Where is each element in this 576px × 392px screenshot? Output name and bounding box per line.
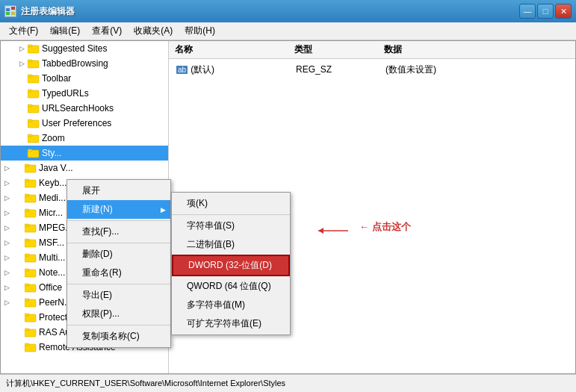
tree-label: User Preferences [42, 118, 111, 128]
expander-icon: ▷ [1, 162, 13, 174]
submenu-qword[interactable]: QWORD (64 位值(Q) [172, 277, 290, 296]
context-menu-new[interactable]: 新建(N) [67, 200, 170, 219]
svg-rect-45 [25, 343, 29, 346]
submenu-new: 项(K) 字符串值(S) 二进制值(B) DWORD (32-位值(D) QWO… [171, 192, 291, 335]
context-menu-permissions[interactable]: 权限(P)... [67, 305, 170, 323]
tree-label: TabbedBrowsing [42, 58, 108, 69]
menu-view[interactable]: 查看(V) [86, 23, 128, 39]
submenu-key[interactable]: 项(K) [172, 194, 290, 213]
tree-label: Micr... [39, 208, 63, 218]
svg-rect-19 [28, 149, 32, 152]
close-button[interactable]: ✕ [555, 4, 572, 19]
folder-icon [28, 148, 40, 158]
expander-icon: ▷ [1, 192, 13, 204]
context-menu: 展开 新建(N) 查找(F)... 删除(D) 重命名(R) 导出(E) 权限(… [66, 179, 171, 348]
tree-label: MSF... [39, 237, 64, 248]
app-icon [4, 5, 16, 17]
folder-icon [25, 208, 37, 218]
separator [67, 243, 170, 243]
submenu-multival[interactable]: 多字符串值(M) [172, 296, 290, 314]
context-menu-delete[interactable]: 删除(D) [67, 245, 170, 264]
tree-item-suggested[interactable]: ▷ Suggested Sites [1, 41, 168, 56]
tree-item-java[interactable]: ▷ Java V... [1, 161, 168, 175]
folder-icon [25, 327, 37, 337]
expander-icon: ▷ [1, 296, 13, 308]
folder-icon [28, 133, 40, 143]
folder-icon [25, 282, 37, 293]
tree-label: URLSearchHooks [42, 103, 114, 113]
folder-icon [25, 342, 37, 352]
expander-icon: ▷ [1, 267, 13, 279]
svg-rect-13 [28, 105, 32, 107]
svg-rect-39 [25, 299, 29, 301]
svg-rect-37 [25, 284, 29, 286]
folder-icon [25, 237, 37, 248]
expander-icon: ▷ [1, 252, 13, 264]
folder-icon [25, 193, 37, 203]
folder-icon [28, 103, 40, 113]
expander-icon: ▷ [1, 222, 13, 234]
folder-icon [28, 88, 40, 99]
svg-rect-25 [25, 194, 29, 196]
tree-item-userprefs[interactable]: User Preferences [1, 116, 168, 131]
svg-rect-3 [11, 12, 15, 15]
data-value-cell: (数值未设置) [385, 63, 568, 76]
context-menu-copyname[interactable]: 复制项名称(C) [67, 327, 170, 346]
menu-help[interactable]: 帮助(H) [179, 23, 221, 39]
submenu-dword[interactable]: DWORD (32-位值(D) [172, 255, 290, 276]
maximize-button[interactable]: □ [537, 4, 554, 19]
submenu-stringval[interactable]: 字符串值(S) [172, 217, 290, 235]
menu-edit[interactable]: 编辑(E) [44, 23, 86, 39]
tree-label: Sty... [42, 148, 61, 158]
context-menu-rename[interactable]: 重命名(R) [67, 264, 170, 282]
expander-icon: ▷ [1, 177, 13, 189]
separator [67, 220, 170, 221]
svg-rect-33 [25, 254, 29, 256]
tree-item-tabbedbrowsing[interactable]: ▷ TabbedBrowsing [1, 56, 168, 71]
tree-item-zoom[interactable]: Zoom [1, 131, 168, 146]
tree-label: Java V... [39, 163, 73, 173]
main-content: ▷ Suggested Sites ▷ TabbedBrowsing [0, 40, 576, 374]
svg-rect-7 [28, 60, 32, 62]
window-title: 注册表编辑器 [21, 5, 75, 18]
menu-file[interactable]: 文件(F) [3, 23, 44, 39]
svg-rect-0 [6, 8, 10, 11]
submenu-expandval[interactable]: 可扩充字符串值(E) [172, 314, 290, 333]
svg-rect-11 [28, 90, 32, 92]
tree-item-typedurls[interactable]: TypedURLs [1, 86, 168, 101]
tree-item-toolbar[interactable]: Toolbar [1, 71, 168, 86]
svg-rect-31 [25, 239, 29, 241]
data-name-cell: (默认) [191, 63, 214, 76]
menu-favorites[interactable]: 收藏夹(A) [128, 23, 179, 39]
context-menu-find[interactable]: 查找(F)... [67, 223, 170, 241]
context-menu-expand[interactable]: 展开 [67, 181, 170, 200]
svg-rect-17 [28, 134, 32, 137]
svg-rect-21 [25, 164, 29, 167]
folder-icon [25, 312, 37, 323]
tree-item-urlsearch[interactable]: URLSearchHooks [1, 101, 168, 116]
svg-rect-35 [25, 269, 29, 271]
col-header-name: 名称 [175, 43, 294, 56]
folder-icon [28, 43, 40, 54]
folder-icon [25, 178, 37, 188]
svg-rect-29 [25, 224, 29, 226]
submenu-binaryval[interactable]: 二进制值(B) [172, 235, 290, 254]
data-type-badge: ab [176, 66, 188, 74]
tree-label: Zoom [42, 133, 65, 143]
folder-icon [25, 297, 37, 308]
minimize-button[interactable]: — [519, 4, 536, 19]
data-row[interactable]: ab (默认) REG_SZ (数值未设置) [175, 62, 569, 77]
right-header: 名称 类型 数据 [169, 41, 575, 59]
status-bar: 计算机\HKEY_CURRENT_USER\Software\Microsoft… [0, 374, 576, 392]
folder-icon [28, 58, 40, 69]
folder-icon [25, 163, 37, 173]
svg-rect-43 [25, 329, 29, 331]
expander-icon: ▷ [16, 43, 28, 55]
col-header-type: 类型 [294, 43, 384, 56]
tree-label: Suggested Sites [42, 43, 107, 54]
tree-label: Note... [39, 267, 65, 278]
context-menu-export[interactable]: 导出(E) [67, 286, 170, 305]
expander-icon: ▷ [1, 281, 13, 293]
tree-item-styles[interactable]: Sty... [1, 146, 168, 161]
expander-icon: ▷ [1, 237, 13, 249]
